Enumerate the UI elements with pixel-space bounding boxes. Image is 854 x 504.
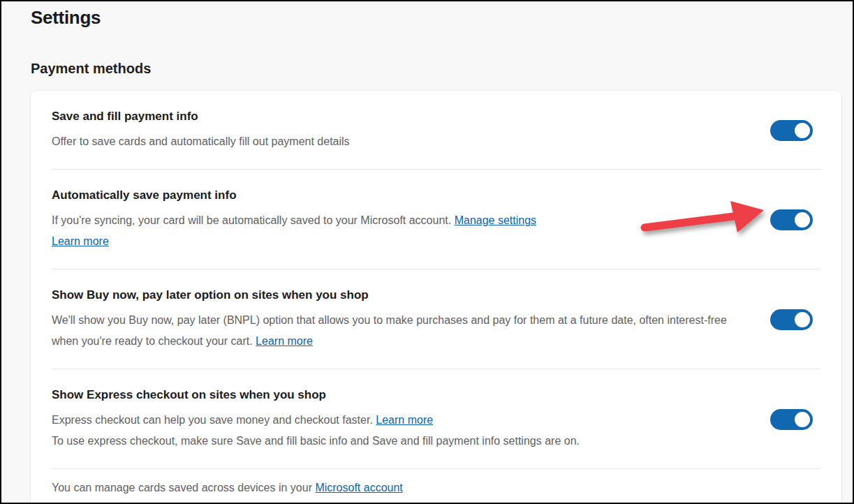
setting-title: Save and fill payment info — [52, 108, 736, 125]
setting-description: Express checkout can help you save money… — [52, 410, 736, 452]
toggle-knob — [795, 123, 810, 138]
setting-row-automatically-save-payment-info: Automatically save payment info If you'r… — [31, 170, 841, 269]
manage-settings-link[interactable]: Manage settings — [455, 214, 536, 226]
setting-text-block: Save and fill payment info Offer to save… — [52, 108, 750, 152]
setting-description: We'll show you Buy now, pay later (BNPL)… — [52, 310, 736, 352]
toggle-knob — [795, 412, 810, 427]
section-title-payment-methods: Payment methods — [31, 61, 839, 77]
card-footer: You can manage cards saved across device… — [31, 469, 841, 504]
setting-title: Show Express checkout on sites when you … — [52, 387, 736, 403]
setting-row-buy-now-pay-later: Show Buy now, pay later option on sites … — [31, 269, 841, 369]
microsoft-account-link[interactable]: Microsoft account — [315, 482, 402, 494]
setting-row-save-and-fill-payment-info: Save and fill payment info Offer to save… — [31, 91, 841, 169]
setting-description-text: To use express checkout, make sure Save … — [52, 435, 580, 447]
payment-methods-card: Save and fill payment info Offer to save… — [31, 91, 841, 504]
setting-text-block: Automatically save payment info If you'r… — [52, 187, 750, 252]
setting-description-line: To use express checkout, make sure Save … — [52, 431, 736, 452]
toggle-knob — [795, 212, 810, 228]
learn-more-link[interactable]: Learn more — [376, 414, 433, 426]
learn-more-link[interactable]: Learn more — [256, 335, 313, 347]
setting-text-block: Show Express checkout on sites when you … — [52, 387, 750, 452]
automatically-save-payment-info-toggle[interactable] — [770, 209, 813, 230]
setting-description: Offer to save cards and automatically fi… — [52, 131, 736, 152]
express-checkout-toggle[interactable] — [770, 409, 813, 430]
buy-now-pay-later-toggle[interactable] — [770, 309, 813, 330]
setting-row-express-checkout: Show Express checkout on sites when you … — [31, 369, 841, 468]
setting-description-text: Offer to save cards and automatically fi… — [52, 135, 350, 147]
learn-more-link[interactable]: Learn more — [52, 231, 109, 252]
setting-description-line: Learn more — [52, 231, 736, 252]
setting-description-text: If you're syncing, your card will be aut… — [52, 214, 451, 226]
setting-description-line: Express checkout can help you save money… — [52, 410, 736, 431]
save-and-fill-payment-info-toggle[interactable] — [770, 120, 813, 141]
page-title: Settings — [31, 7, 839, 29]
toggle-knob — [795, 312, 810, 327]
setting-text-block: Show Buy now, pay later option on sites … — [52, 287, 750, 352]
setting-description: If you're syncing, your card will be aut… — [52, 210, 736, 252]
setting-description-text: Express checkout can help you save money… — [52, 414, 373, 426]
setting-description-text: We'll show you Buy now, pay later (BNPL)… — [52, 314, 727, 347]
footer-text: You can manage cards saved across device… — [52, 482, 312, 494]
setting-title: Automatically save payment info — [52, 187, 736, 204]
settings-page: Settings Payment methods Save and fill p… — [1, 1, 853, 504]
setting-title: Show Buy now, pay later option on sites … — [52, 287, 736, 304]
